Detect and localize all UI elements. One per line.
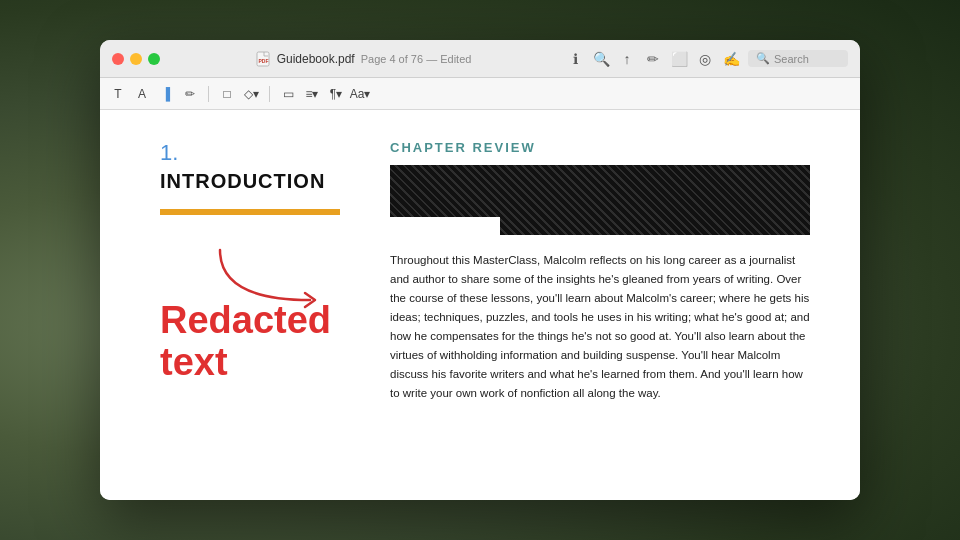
zoom-icon[interactable]: 🔍 <box>592 50 610 68</box>
shapes-btn[interactable]: ◇▾ <box>241 84 261 104</box>
close-button[interactable] <box>112 53 124 65</box>
titlebar: PDF Guidebook.pdf Page 4 of 76 — Edited … <box>100 40 860 78</box>
redacted-image-block <box>390 165 810 235</box>
text-tool-btn[interactable]: T <box>108 84 128 104</box>
document-content: 1. INTRODUCTION Redacted text CHAPTER RE… <box>100 110 860 500</box>
share-icon[interactable]: ↑ <box>618 50 636 68</box>
chapter-number: 1. <box>160 140 360 166</box>
redacted-label-line2: text <box>160 342 360 384</box>
right-column: CHAPTER REVIEW Throughout this MasterCla… <box>380 140 810 470</box>
decorative-bar <box>160 209 340 215</box>
titlebar-center: PDF Guidebook.pdf Page 4 of 76 — Edited <box>160 51 566 67</box>
traffic-lights <box>112 53 160 65</box>
circle-icon[interactable]: ◎ <box>696 50 714 68</box>
rect-btn[interactable]: □ <box>217 84 237 104</box>
chapter-title: INTRODUCTION <box>160 170 360 193</box>
window-title: Guidebook.pdf <box>277 52 355 66</box>
application-window: PDF Guidebook.pdf Page 4 of 76 — Edited … <box>100 40 860 500</box>
info-icon[interactable]: ℹ <box>566 50 584 68</box>
body-text: Throughout this MasterClass, Malcolm ref… <box>390 251 810 403</box>
window-subtitle: Page 4 of 76 — Edited <box>361 53 472 65</box>
redacted-label-line1: Redacted <box>160 300 360 342</box>
highlight-btn[interactable]: ▐ <box>156 84 176 104</box>
redacted-partial-gap <box>390 217 500 235</box>
maximize-button[interactable] <box>148 53 160 65</box>
page-btn[interactable]: ▭ <box>278 84 298 104</box>
search-icon: 🔍 <box>756 52 770 65</box>
text-select-btn[interactable]: A <box>132 84 152 104</box>
search-label: Search <box>774 53 809 65</box>
annotation-toolbar: T A ▐ ✏ □ ◇▾ ▭ ≡▾ ¶▾ Aa▾ <box>100 78 860 110</box>
lines-btn[interactable]: ≡▾ <box>302 84 322 104</box>
svg-text:PDF: PDF <box>258 58 268 64</box>
search-box[interactable]: 🔍 Search <box>748 50 848 67</box>
separator-1 <box>208 86 209 102</box>
redacted-text-container: Redacted text <box>160 300 360 384</box>
titlebar-right: ℹ 🔍 ↑ ✏ ⬜ ◎ ✍ 🔍 Search <box>566 50 848 68</box>
annotate-icon[interactable]: ✏ <box>644 50 662 68</box>
pdf-file-icon: PDF <box>255 51 271 67</box>
font-btn[interactable]: Aa▾ <box>350 84 370 104</box>
sign-icon[interactable]: ✍ <box>722 50 740 68</box>
separator-2 <box>269 86 270 102</box>
left-column: 1. INTRODUCTION Redacted text <box>160 140 380 470</box>
pen-btn[interactable]: ✏ <box>180 84 200 104</box>
minimize-button[interactable] <box>130 53 142 65</box>
crop-icon[interactable]: ⬜ <box>670 50 688 68</box>
paragraph-btn[interactable]: ¶▾ <box>326 84 346 104</box>
chapter-review-label: CHAPTER REVIEW <box>390 140 810 155</box>
